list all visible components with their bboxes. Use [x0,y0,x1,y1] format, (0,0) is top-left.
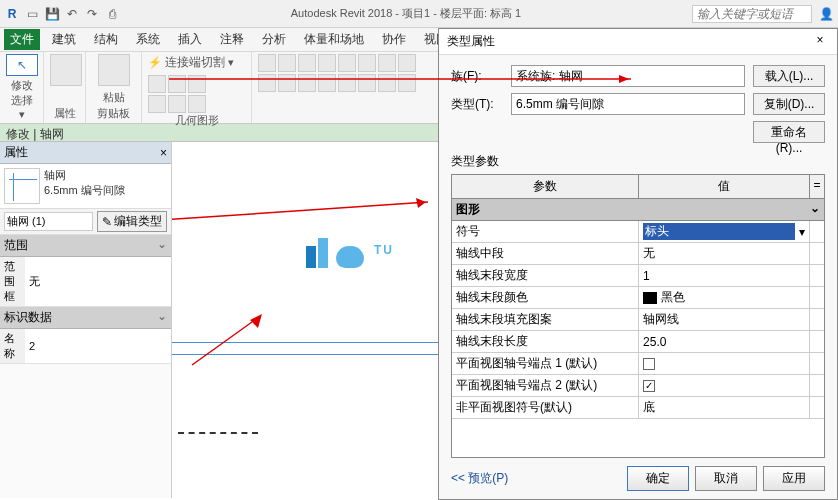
geom-tool-4[interactable] [148,95,166,113]
paste-icon[interactable] [98,54,130,86]
undo-icon[interactable]: ↶ [64,6,80,22]
mod-tool[interactable] [398,54,416,72]
menu-collab[interactable]: 协作 [376,29,412,50]
print-icon[interactable]: ⎙ [104,6,120,22]
open-icon[interactable]: ▭ [24,6,40,22]
param-value[interactable]: 底 [639,397,810,418]
duplicate-button[interactable]: 复制(D)... [753,93,825,115]
col-value: 值 [639,175,810,198]
mod-tool[interactable] [378,74,396,92]
mod-tool[interactable] [278,74,296,92]
param-row[interactable]: 平面视图轴号端点 2 (默认) [452,375,824,397]
mod-tool[interactable] [298,54,316,72]
properties-panel-label: 属性 [50,106,79,121]
menu-struct[interactable]: 结构 [88,29,124,50]
mod-tool[interactable] [298,74,316,92]
properties-icon[interactable] [50,54,82,86]
menu-systems[interactable]: 系统 [130,29,166,50]
param-value[interactable] [639,375,810,396]
mod-tool[interactable] [378,54,396,72]
mod-tool[interactable] [338,54,356,72]
param-row[interactable]: 轴线中段无 [452,243,824,265]
dialog-close-icon[interactable]: × [811,33,829,50]
param-row[interactable]: 平面视图轴号端点 1 (默认) [452,353,824,375]
close-properties-icon[interactable]: × [160,146,167,160]
mod-tool[interactable] [258,74,276,92]
param-row[interactable]: 符号标头▾ [452,221,824,243]
checkbox[interactable] [643,380,655,392]
geom-tool-6[interactable] [188,95,206,113]
prop-extentbox-label: 范围框 [0,257,25,306]
mod-tool[interactable] [258,54,276,72]
menu-massing[interactable]: 体量和场地 [298,29,370,50]
param-value[interactable]: 25.0 [639,331,810,352]
preview-toggle[interactable]: << 预览(P) [451,470,508,487]
clipboard-panel-label: 剪贴板 [92,106,135,121]
param-name: 平面视图轴号端点 1 (默认) [452,353,639,374]
param-row[interactable]: 轴线末段长度25.0 [452,331,824,353]
rename-button[interactable]: 重命名(R)... [753,121,825,143]
param-value[interactable] [639,353,810,374]
mod-tool[interactable] [398,74,416,92]
mod-tool[interactable] [318,74,336,92]
apply-button[interactable]: 应用 [763,466,825,491]
mod-tool[interactable] [278,54,296,72]
param-value[interactable]: 无 [639,243,810,264]
user-icon[interactable]: 👤 [818,6,834,22]
properties-palette: 属性 × 轴网 6.5mm 编号间隙 轴网 (1) ✎ 编辑类型 范围⌄ 范围框… [0,142,172,498]
mod-tool[interactable] [318,54,336,72]
prop-name-value[interactable] [25,329,171,363]
group-graphics[interactable]: 图形⌄ [452,199,824,221]
load-button[interactable]: 载入(L)... [753,65,825,87]
param-row[interactable]: 轴线末段宽度1 [452,265,824,287]
menu-insert[interactable]: 插入 [172,29,208,50]
geom-tool-2[interactable] [168,75,186,93]
menu-file[interactable]: 文件 [4,29,40,50]
ok-button[interactable]: 确定 [627,466,689,491]
param-row[interactable]: 非平面视图符号(默认)底 [452,397,824,419]
param-row[interactable]: 轴线末段颜色黑色 [452,287,824,309]
prop-name-label: 名称 [0,329,25,363]
svg-line-0 [192,322,252,365]
mod-tool[interactable] [358,54,376,72]
mod-tool[interactable] [358,74,376,92]
dropdown-icon[interactable]: ▾ [799,225,805,239]
prop-group-id[interactable]: 标识数据⌄ [0,307,171,329]
instance-selector[interactable]: 轴网 (1) [4,212,93,231]
param-value[interactable]: 黑色 [639,287,810,308]
save-icon[interactable]: 💾 [44,6,60,22]
annotation-arrows [172,142,442,500]
modify-tool-icon[interactable]: ↖ [6,54,38,76]
edit-type-icon: ✎ [102,215,112,229]
checkbox[interactable] [643,358,655,370]
family-name: 轴网 [44,168,167,183]
type-label: 类型(T): [451,96,503,113]
param-value[interactable]: 轴网线 [639,309,810,330]
prop-group-extent[interactable]: 范围⌄ [0,235,171,257]
geom-tool-3[interactable] [188,75,206,93]
param-value[interactable]: 1 [639,265,810,286]
col-param: 参数 [452,175,639,198]
family-select[interactable]: 系统族: 轴网 [511,65,745,87]
col-eq: = [810,175,824,198]
type-select[interactable]: 6.5mm 编号间隙 [511,93,745,115]
geom-tool-1[interactable] [148,75,166,93]
redo-icon[interactable]: ↷ [84,6,100,22]
search-input[interactable] [692,5,812,23]
param-value[interactable]: 标头▾ [639,221,810,242]
select-dropdown[interactable]: 选择 ▾ [6,93,37,121]
mod-tool[interactable] [338,74,356,92]
param-row[interactable]: 轴线末段填充图案轴网线 [452,309,824,331]
link-cut-button[interactable]: ⚡ 连接端切割 ▾ [148,54,245,71]
menu-annotate[interactable]: 注释 [214,29,250,50]
cancel-button[interactable]: 取消 [695,466,757,491]
menu-analyze[interactable]: 分析 [256,29,292,50]
grid-type-icon [4,168,40,204]
menu-arch[interactable]: 建筑 [46,29,82,50]
param-name: 平面视图轴号端点 2 (默认) [452,375,639,396]
param-name: 符号 [452,221,639,242]
prop-extentbox-value[interactable] [25,257,171,306]
edit-type-button[interactable]: ✎ 编辑类型 [97,211,167,232]
geom-tool-5[interactable] [168,95,186,113]
geometry-panel-label: 几何图形 [148,113,245,128]
